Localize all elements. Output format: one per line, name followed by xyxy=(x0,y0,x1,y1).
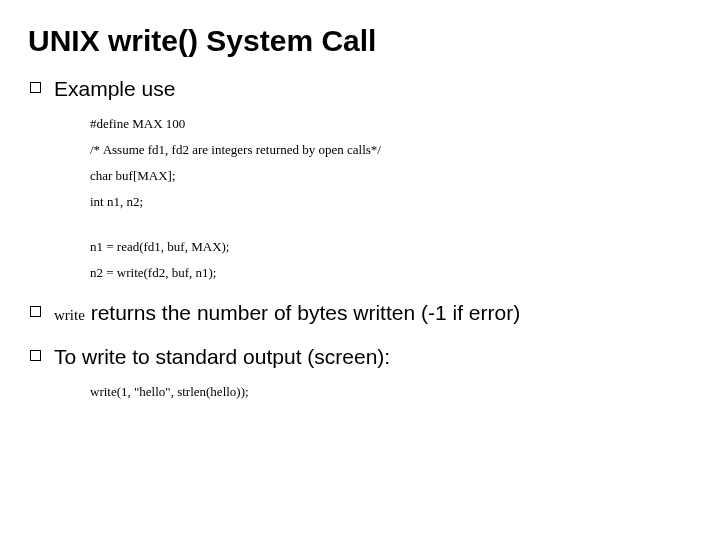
bullet-text: Example use xyxy=(54,77,175,100)
bullet-text-rest: returns the number of bytes written (-1 … xyxy=(85,301,520,324)
code-line: write(1, "hello", strlen(hello)); xyxy=(90,384,692,401)
bullet-write-returns: write returns the number of bytes writte… xyxy=(28,300,692,326)
bullet-list: Example use #define MAX 100 /* Assume fd… xyxy=(28,76,692,401)
code-line: n2 = write(fd2, buf, n1); xyxy=(90,265,692,282)
inline-code-write: write xyxy=(54,307,85,323)
code-block-1: #define MAX 100 /* Assume fd1, fd2 are i… xyxy=(90,116,692,281)
slide: UNIX write() System Call Example use #de… xyxy=(0,0,720,540)
bullet-stdout: To write to standard output (screen): wr… xyxy=(28,344,692,401)
bullet-text: To write to standard output (screen): xyxy=(54,345,390,368)
code-line: /* Assume fd1, fd2 are integers returned… xyxy=(90,142,692,159)
page-title: UNIX write() System Call xyxy=(28,24,692,58)
code-line: int n1, n2; xyxy=(90,194,692,211)
code-block-2: write(1, "hello", strlen(hello)); xyxy=(90,384,692,401)
code-gap xyxy=(90,220,692,230)
bullet-example-use: Example use #define MAX 100 /* Assume fd… xyxy=(28,76,692,282)
code-line: char buf[MAX]; xyxy=(90,168,692,185)
code-line: n1 = read(fd1, buf, MAX); xyxy=(90,239,692,256)
bullet-text: write returns the number of bytes writte… xyxy=(54,301,520,324)
code-line: #define MAX 100 xyxy=(90,116,692,133)
